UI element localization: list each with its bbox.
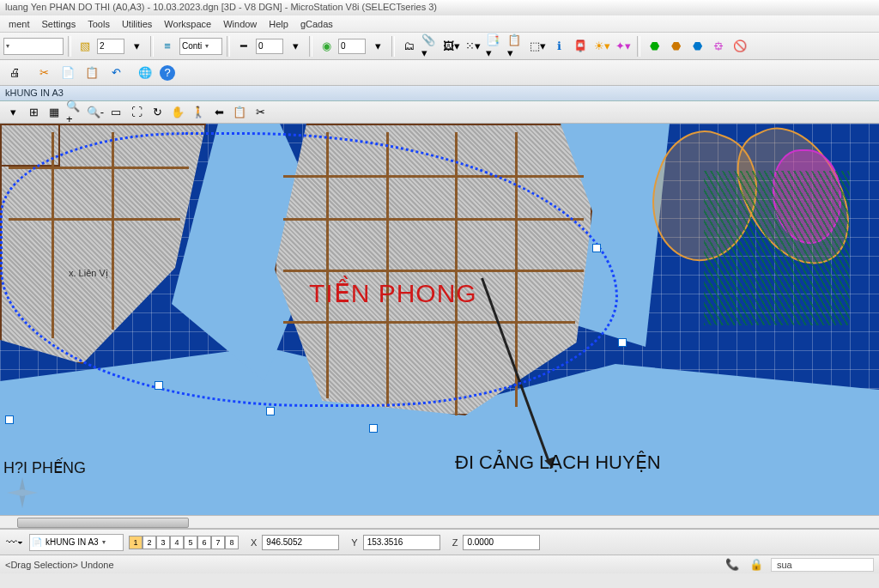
label-haipheng: H?I PHẾNG bbox=[3, 458, 86, 477]
view-btn-8[interactable]: 8 bbox=[225, 536, 239, 549]
view-copy-icon[interactable]: 📋 bbox=[230, 103, 249, 122]
standard-toolbar: 🖨 ✂ 📄 📋 ↶ 🌐 ? bbox=[0, 60, 879, 86]
level-icon[interactable]: ▧ bbox=[76, 37, 94, 56]
label-tienphong: TIỀN PHONG bbox=[309, 278, 477, 308]
tool-keyin-icon[interactable]: 📮 bbox=[571, 37, 590, 56]
status-phone-icon[interactable]: 📞 bbox=[723, 555, 742, 574]
x-label: X bbox=[251, 537, 257, 548]
view-btn-2[interactable]: 2 bbox=[142, 536, 156, 549]
color-value[interactable] bbox=[338, 39, 366, 54]
view-number-buttons: 1 2 3 4 5 6 7 8 bbox=[129, 536, 239, 549]
menu-help[interactable]: Help bbox=[264, 17, 294, 31]
view-btn-1[interactable]: 1 bbox=[129, 536, 142, 549]
y-coordinate[interactable] bbox=[363, 535, 440, 550]
linestyle-icon[interactable]: ≡ bbox=[158, 37, 177, 56]
menu-settings[interactable]: Settings bbox=[36, 17, 81, 31]
tool-info-icon[interactable]: ℹ bbox=[549, 37, 568, 56]
tool-leveldisplay-icon[interactable]: 📋▾ bbox=[506, 37, 525, 56]
tool-deny-icon[interactable]: 🚫 bbox=[730, 37, 749, 56]
view-clip-icon[interactable]: ✂ bbox=[251, 103, 270, 122]
x-coordinate[interactable] bbox=[262, 535, 339, 550]
view-wireframe-icon[interactable]: ▦ bbox=[45, 103, 64, 122]
view-btn-7[interactable]: 7 bbox=[211, 536, 225, 549]
selection-handle[interactable] bbox=[155, 381, 163, 390]
view-btn-5[interactable]: 5 bbox=[184, 536, 197, 549]
color-icon[interactable]: ◉ bbox=[317, 37, 336, 56]
selection-handle[interactable] bbox=[618, 338, 627, 347]
view-zoomout-icon[interactable]: 🔍- bbox=[86, 103, 105, 122]
tool-raster-icon[interactable]: 🖼▾ bbox=[442, 37, 461, 56]
tool-levelmgr-icon[interactable]: 📑▾ bbox=[485, 37, 504, 56]
tool-sun-icon[interactable]: ☀▾ bbox=[592, 37, 611, 56]
undo-icon[interactable]: ↶ bbox=[106, 64, 125, 82]
menu-window[interactable]: Window bbox=[218, 17, 262, 31]
view-title: kHUNG IN A3 bbox=[5, 88, 64, 98]
view-zoomin-icon[interactable]: 🔍+ bbox=[65, 103, 84, 122]
tool-puzzle-icon[interactable]: ⯐ bbox=[709, 37, 728, 56]
color-dropdown-icon[interactable]: ▾ bbox=[368, 37, 387, 56]
view-attr-icon[interactable]: ▾ bbox=[3, 103, 22, 122]
tool-models-icon[interactable]: 🗂 bbox=[399, 37, 418, 56]
help-icon[interactable]: ? bbox=[160, 65, 175, 81]
window-title: luang Yen PHAN DO THI (A0,A3) - 10.03.20… bbox=[5, 2, 437, 12]
tool-pointcloud-icon[interactable]: ⁙▾ bbox=[464, 37, 482, 56]
level-value[interactable] bbox=[97, 39, 124, 54]
element-template-combo[interactable]: ▾ bbox=[3, 38, 64, 55]
status-bar: <Drag Selection> Undone 📞 🔒 sua bbox=[0, 555, 879, 573]
paste-icon[interactable]: 📋 bbox=[82, 64, 101, 82]
scroll-thumb[interactable] bbox=[17, 518, 189, 528]
status-lock-icon[interactable]: 🔒 bbox=[747, 555, 766, 574]
selection-handle[interactable] bbox=[5, 415, 14, 424]
lineweight-value[interactable] bbox=[256, 39, 283, 54]
selection-handle[interactable] bbox=[369, 424, 378, 433]
tool-spark-icon[interactable]: ✦▾ bbox=[614, 37, 633, 56]
menu-tools[interactable]: Tools bbox=[82, 17, 115, 31]
tool-references-icon[interactable]: 📎▾ bbox=[421, 37, 440, 56]
view-toolbar: ▾ ⊞ ▦ 🔍+ 🔍- ▭ ⛶ ↻ ✋ 🚶 ⬅ 📋 ✂ bbox=[0, 101, 879, 124]
status-right-field[interactable]: sua bbox=[771, 558, 874, 572]
globe-icon[interactable]: 🌐 bbox=[136, 64, 155, 82]
cut-icon[interactable]: ✂ bbox=[34, 64, 53, 82]
snap-icon[interactable]: 〰▾ bbox=[5, 533, 24, 552]
drawing-canvas[interactable]: x. Liên Vị TIỀN PHONG H?I PHẾNG ĐI CẢNG … bbox=[0, 124, 879, 515]
attributes-toolbar: ▾ ▧ ▾ ≡ Conti▾ ━ ▾ ◉ ▾ 🗂 📎▾ 🖼▾ ⁙▾ 📑▾ 📋▾ … bbox=[0, 33, 879, 60]
view-prev-icon[interactable]: ⬅ bbox=[209, 103, 228, 122]
menu-workspace[interactable]: Workspace bbox=[159, 17, 216, 31]
menu-utilities[interactable]: Utilities bbox=[117, 17, 157, 31]
status-message: <Drag Selection> Undone bbox=[5, 560, 114, 570]
linestyle-combo[interactable]: Conti▾ bbox=[179, 38, 222, 55]
horizontal-scrollbar[interactable] bbox=[0, 515, 879, 529]
view-btn-4[interactable]: 4 bbox=[170, 536, 184, 549]
lineweight-dropdown-icon[interactable]: ▾ bbox=[286, 37, 305, 56]
view-walk-icon[interactable]: 🚶 bbox=[189, 103, 208, 122]
view-header: kHUNG IN A3 bbox=[0, 86, 879, 101]
view-btn-6[interactable]: 6 bbox=[197, 536, 211, 549]
view-rotate-icon[interactable]: ↻ bbox=[148, 103, 167, 122]
selection-handle[interactable] bbox=[266, 407, 275, 415]
view-compass-icon[interactable] bbox=[5, 476, 39, 510]
view-display-icon[interactable]: ⊞ bbox=[24, 103, 43, 122]
lineweight-icon[interactable]: ━ bbox=[234, 37, 253, 56]
level-dropdown-icon[interactable]: ▾ bbox=[127, 37, 146, 56]
view-window-icon[interactable]: ▭ bbox=[106, 103, 125, 122]
db-btn1-icon[interactable]: ⬣ bbox=[645, 37, 664, 56]
tool-cells-icon[interactable]: ⬚▾ bbox=[528, 37, 547, 56]
copy-icon[interactable]: 📄 bbox=[58, 64, 77, 82]
view-pan-icon[interactable]: ✋ bbox=[168, 103, 187, 122]
menu-ment[interactable]: ment bbox=[3, 17, 34, 31]
selection-handle[interactable] bbox=[592, 244, 601, 252]
print-icon[interactable]: 🖨 bbox=[5, 64, 24, 82]
db-btn3-icon[interactable]: ⬣ bbox=[688, 37, 706, 56]
z-label: Z bbox=[452, 537, 458, 548]
active-view-combo[interactable]: 📄 kHUNG IN A3▾ bbox=[29, 534, 124, 551]
view-btn-3[interactable]: 3 bbox=[156, 536, 170, 549]
menu-gcadas[interactable]: gCadas bbox=[295, 17, 338, 31]
label-lienvi: x. Liên Vị bbox=[69, 268, 108, 279]
title-bar: luang Yen PHAN DO THI (A0,A3) - 10.03.20… bbox=[0, 0, 879, 15]
view-fit-icon[interactable]: ⛶ bbox=[127, 103, 146, 122]
svg-marker-1 bbox=[7, 489, 38, 496]
label-dicang: ĐI CẢNG LẠCH HUYỆN bbox=[455, 452, 661, 474]
db-btn2-icon[interactable]: ⬣ bbox=[666, 37, 685, 56]
y-label: Y bbox=[351, 537, 357, 548]
z-coordinate[interactable] bbox=[463, 535, 540, 550]
